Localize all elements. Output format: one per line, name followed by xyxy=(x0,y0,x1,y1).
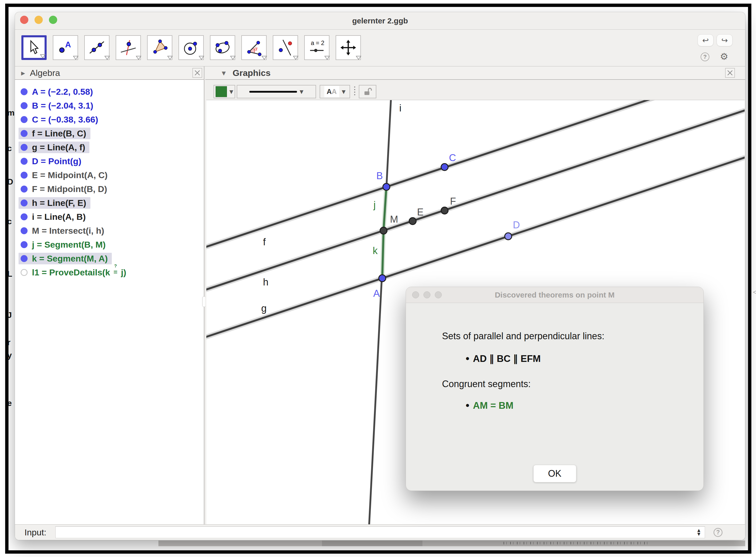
tool-dropdown-arrow-icon[interactable] xyxy=(324,55,330,60)
point-F[interactable] xyxy=(441,207,448,214)
visibility-bullet-icon[interactable] xyxy=(21,102,28,109)
label-style-button[interactable]: AA ▼ xyxy=(320,85,350,98)
visibility-bullet-icon[interactable] xyxy=(21,144,28,151)
tool-dropdown-arrow-icon[interactable] xyxy=(261,55,267,60)
tool-ellipse-button[interactable] xyxy=(210,35,235,60)
input-help-button[interactable]: ? xyxy=(713,528,723,537)
algebra-item[interactable]: h = Line(F, E) xyxy=(15,196,204,210)
algebra-item[interactable]: F = Midpoint(B, D) xyxy=(15,182,204,196)
point-B[interactable] xyxy=(383,183,390,190)
algebra-item[interactable]: D = Point(g) xyxy=(15,154,204,168)
input-history-stepper[interactable]: ▲ ▼ xyxy=(695,527,703,537)
input-field[interactable] xyxy=(55,526,705,538)
line-i[interactable] xyxy=(369,100,392,525)
visibility-bullet-icon[interactable] xyxy=(21,255,28,262)
visibility-bullet-icon[interactable] xyxy=(21,172,28,179)
lock-button[interactable] xyxy=(359,85,376,98)
line-f[interactable] xyxy=(206,100,745,255)
help-button[interactable]: ? xyxy=(701,53,709,61)
angle-icon: α xyxy=(246,39,262,56)
algebra-item-text: C = (−0.38, 3.66) xyxy=(32,115,98,124)
tool-perpendicular-line-button[interactable] xyxy=(116,35,141,60)
algebra-item-content: l1 = ProveDetails(k ?= j) xyxy=(19,267,130,278)
point-A[interactable] xyxy=(379,275,386,282)
algebra-item[interactable]: A = (−2.2, 0.58) xyxy=(15,85,204,98)
point-C[interactable] xyxy=(441,164,448,171)
undo-button[interactable]: ↩ xyxy=(698,34,713,46)
visibility-bullet-icon[interactable] xyxy=(21,158,28,165)
visibility-bullet-icon[interactable] xyxy=(21,227,28,234)
algebra-item[interactable]: j = Segment(B, M) xyxy=(15,238,204,252)
point-E[interactable] xyxy=(409,218,416,225)
perpendicular-line-icon xyxy=(120,39,137,56)
label-C: C xyxy=(449,152,456,163)
tool-slider-button[interactable]: a = 2 xyxy=(304,35,330,60)
algebra-item[interactable]: k = Segment(M, A) xyxy=(15,252,204,265)
titlebar[interactable]: gelernter 2.ggb xyxy=(15,12,745,30)
segment-k[interactable] xyxy=(382,231,384,278)
algebra-collapse-caret-icon[interactable]: ▶ xyxy=(21,70,25,76)
collapse-left-icon[interactable]: ◁ xyxy=(753,288,756,295)
visibility-bullet-icon[interactable] xyxy=(21,269,28,276)
settings-button[interactable]: ⚙ xyxy=(720,52,728,61)
dialog-titlebar[interactable]: Discovered theorems on point M xyxy=(406,287,703,303)
graphics-collapse-caret-icon[interactable]: ▼ xyxy=(222,70,226,76)
graphics-close-button[interactable] xyxy=(725,68,735,78)
algebra-item[interactable]: g = Line(A, f) xyxy=(15,140,204,154)
algebra-item[interactable]: i = Line(A, B) xyxy=(15,210,204,224)
color-style-button[interactable]: ▼ xyxy=(214,85,235,98)
algebra-header: ▶ Algebra xyxy=(15,66,204,80)
algebra-item[interactable]: E = Midpoint(A, C) xyxy=(15,168,204,182)
tool-circle-button[interactable] xyxy=(178,35,204,60)
algebra-panel-title: Algebra xyxy=(30,68,60,78)
visibility-bullet-icon[interactable] xyxy=(21,130,28,137)
tool-dropdown-arrow-icon[interactable] xyxy=(73,55,79,60)
algebra-close-button[interactable] xyxy=(192,68,202,78)
graphics-header: ▼ Graphics xyxy=(205,66,745,80)
algebra-item[interactable]: C = (−0.38, 3.66) xyxy=(15,113,204,126)
tool-dropdown-arrow-icon[interactable] xyxy=(136,55,141,60)
line-style-button[interactable]: ▼ xyxy=(237,85,316,98)
tool-line-button[interactable] xyxy=(84,35,110,60)
visibility-bullet-icon[interactable] xyxy=(21,185,28,193)
tool-dropdown-arrow-icon[interactable] xyxy=(40,54,46,59)
tool-move-graphics-button[interactable] xyxy=(336,35,361,60)
tool-polygon-button[interactable] xyxy=(147,35,172,60)
tool-dropdown-arrow-icon[interactable] xyxy=(104,55,110,60)
visibility-bullet-icon[interactable] xyxy=(21,213,28,220)
tool-dropdown-arrow-icon[interactable] xyxy=(356,55,361,60)
visibility-bullet-icon[interactable] xyxy=(21,241,28,248)
point-D[interactable] xyxy=(505,233,512,240)
algebra-item[interactable]: M = Intersect(i, h) xyxy=(15,224,204,238)
redo-icon: ↪ xyxy=(721,36,728,45)
line-icon xyxy=(88,39,105,56)
move-graphics-icon xyxy=(340,39,357,56)
tool-point-button[interactable]: A xyxy=(53,35,78,60)
tool-dropdown-arrow-icon[interactable] xyxy=(167,55,173,60)
tool-move-button[interactable] xyxy=(21,35,47,60)
input-bar: Input: ▲ ▼ ? xyxy=(15,524,745,540)
svg-text:a = 2: a = 2 xyxy=(311,40,325,46)
tool-reflect-button[interactable] xyxy=(273,35,298,60)
visibility-bullet-icon[interactable] xyxy=(21,200,28,206)
background-letter-fragment: D xyxy=(7,177,15,186)
tool-dropdown-arrow-icon[interactable] xyxy=(199,55,204,60)
label-B: B xyxy=(376,170,383,181)
ok-button[interactable]: OK xyxy=(533,465,576,482)
label-k: k xyxy=(373,245,378,256)
visibility-bullet-icon[interactable] xyxy=(21,88,28,95)
algebra-item[interactable]: B = (−2.04, 3.1) xyxy=(15,98,204,113)
redo-button[interactable]: ↪ xyxy=(717,34,733,46)
tool-dropdown-arrow-icon[interactable] xyxy=(293,55,299,60)
unlock-icon xyxy=(362,87,373,97)
tool-dropdown-arrow-icon[interactable] xyxy=(230,55,236,60)
label-D: D xyxy=(513,219,520,230)
tool-angle-button[interactable]: α xyxy=(241,35,267,60)
algebra-item-content: f = Line(B, C) xyxy=(19,128,90,139)
algebra-item[interactable]: f = Line(B, C) xyxy=(15,126,204,140)
algebra-item[interactable]: l1 = ProveDetails(k ?= j) xyxy=(15,265,204,279)
label-j: j xyxy=(373,200,375,210)
visibility-bullet-icon[interactable] xyxy=(21,116,28,123)
point-M[interactable] xyxy=(380,227,387,234)
algebra-item-text: j = Segment(B, M) xyxy=(32,240,106,250)
